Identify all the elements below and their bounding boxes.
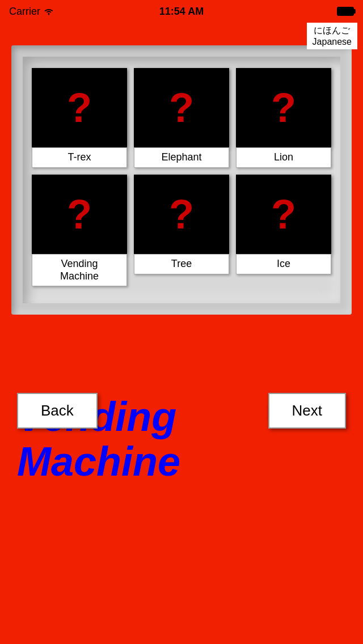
carrier-label: Carrier: [9, 6, 40, 18]
question-mark-tree: ?: [169, 194, 194, 235]
current-word-line2: Machine: [17, 439, 180, 484]
card-label-tree: Tree: [134, 254, 229, 274]
card-vending-machine[interactable]: ? VendingMachine: [32, 175, 127, 286]
card-label-ice: Ice: [236, 254, 331, 274]
card-label-trex: T-rex: [32, 147, 127, 168]
card-label-vending-machine: VendingMachine: [32, 254, 127, 286]
card-ice[interactable]: ? Ice: [236, 175, 331, 286]
question-mark-vending: ?: [67, 194, 92, 235]
question-mark-lion: ?: [271, 87, 296, 128]
card-image-elephant: ?: [134, 68, 229, 147]
wifi-icon: [44, 7, 54, 15]
card-lion[interactable]: ? Lion: [236, 68, 331, 168]
word-grid: ? T-rex ? Elephant ? Lion ?: [32, 68, 331, 286]
japanese-text: にほんご: [313, 25, 352, 37]
card-label-elephant: Elephant: [134, 147, 229, 168]
card-elephant[interactable]: ? Elephant: [134, 68, 229, 168]
navigation-buttons: Back Next: [0, 393, 363, 429]
next-button[interactable]: Next: [268, 393, 346, 429]
card-image-tree: ?: [134, 175, 229, 254]
battery-icon: [337, 7, 354, 16]
question-mark-trex: ?: [67, 87, 92, 128]
card-tree[interactable]: ? Tree: [134, 175, 229, 286]
card-image-lion: ?: [236, 68, 331, 147]
status-time: 11:54 AM: [159, 6, 204, 18]
card-image-ice: ?: [236, 175, 331, 254]
carrier-info: Carrier: [9, 6, 54, 18]
card-label-lion: Lion: [236, 147, 331, 168]
question-mark-elephant: ?: [169, 87, 194, 128]
language-badge[interactable]: にほんご Japanese: [307, 23, 357, 49]
status-bar: Carrier 11:54 AM: [0, 0, 363, 23]
back-button[interactable]: Back: [17, 393, 98, 429]
grid-container: ? T-rex ? Elephant ? Lion ?: [11, 45, 352, 315]
card-image-vending-machine: ?: [32, 175, 127, 254]
card-trex[interactable]: ? T-rex: [32, 68, 127, 168]
card-image-trex: ?: [32, 68, 127, 147]
grid-inner: ? T-rex ? Elephant ? Lion ?: [23, 57, 340, 303]
question-mark-ice: ?: [271, 194, 296, 235]
language-label: Japanese: [313, 37, 352, 47]
